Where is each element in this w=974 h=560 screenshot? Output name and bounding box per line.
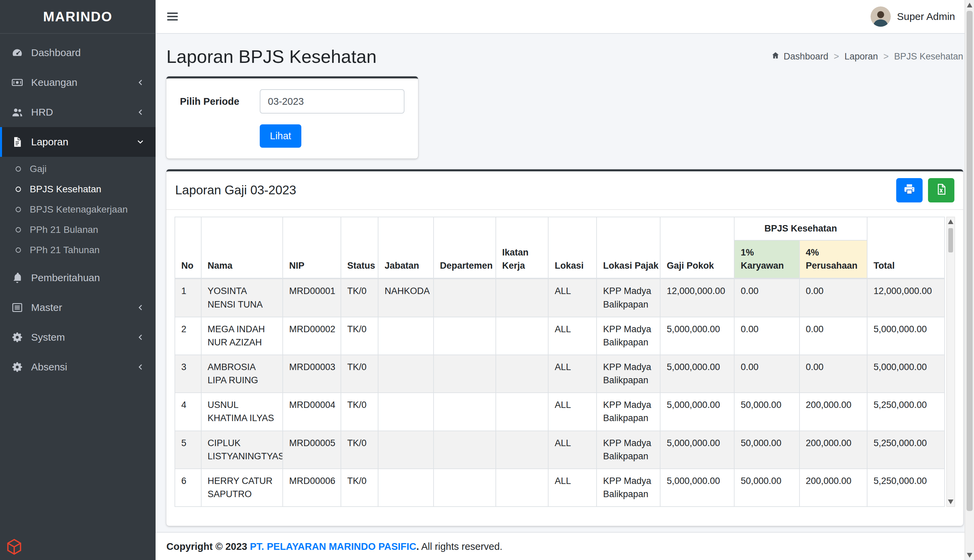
breadcrumb-laporan[interactable]: Laporan	[844, 52, 878, 62]
table-cell: 5,000,000.00	[867, 317, 945, 355]
circle-outline-icon	[14, 185, 22, 193]
column-header: Nama	[201, 217, 283, 278]
printer-icon	[903, 183, 916, 198]
column-header-perusahaan: 4% Perusahaan	[800, 240, 867, 278]
table-cell: ALL	[548, 317, 596, 355]
list-icon	[11, 301, 24, 314]
table-cell	[496, 393, 548, 430]
main-column: Super Admin Laporan BPJS Kesehatan Dashb…	[155, 0, 974, 560]
scroll-down-arrow[interactable]	[967, 553, 972, 558]
column-header: Ikatan Kerja	[496, 217, 548, 278]
table-cell: MRD00006	[283, 469, 341, 507]
page-scrollbar-thumb[interactable]	[967, 11, 972, 511]
table-cell: KPP Madya Balikpapan	[596, 317, 660, 355]
circle-outline-icon	[14, 165, 22, 173]
table-cell: 1	[175, 278, 201, 317]
user-menu[interactable]: Super Admin	[870, 7, 955, 27]
menu-toggle-button[interactable]	[165, 9, 180, 24]
table-cell: KPP Madya Balikpapan	[596, 393, 660, 430]
sidebar-item-pemberitahuan[interactable]: Pemberitahuan	[5, 263, 150, 293]
table-cell: 12,000,000.00	[867, 278, 945, 317]
company-link[interactable]: PT. PELAYARAN MARINDO PASIFIC	[250, 541, 416, 552]
table-cell	[378, 431, 434, 469]
table-row: 1YOSINTA NENSI TUNAMRD00001TK/0NAHKODAAL…	[175, 278, 945, 317]
lihat-button[interactable]: Lihat	[260, 124, 301, 148]
copyright-dot: .	[416, 541, 419, 552]
report-title: Laporan Gaji 03-2023	[175, 183, 296, 197]
table-cell: 200,000.00	[800, 469, 867, 507]
sidebar-item-master[interactable]: Master	[5, 293, 150, 322]
column-header-karyawan: 1% Karyawan	[734, 240, 799, 278]
scroll-up-arrow[interactable]	[967, 3, 972, 7]
sidebar-item-label: PPh 21 Bulanan	[30, 224, 98, 235]
sidebar-item-keuangan[interactable]: Keuangan	[5, 68, 150, 97]
brand-logo[interactable]: MARINDO	[0, 0, 155, 34]
sidebar-item-bpjs-ketenagakerjaan[interactable]: BPJS Ketenagakerjaan	[5, 199, 150, 220]
sidebar: MARINDO Dashboard Keuangan	[0, 0, 155, 560]
breadcrumb: Dashboard > Laporan > BPJS Kesehatan	[771, 51, 963, 63]
table-scrollbar[interactable]	[946, 217, 955, 507]
column-header: Departemen	[434, 217, 496, 278]
sidebar-item-hrd[interactable]: HRD	[5, 97, 150, 127]
table-cell	[434, 278, 496, 317]
table-cell: MRD00001	[283, 278, 341, 317]
sidebar-item-system[interactable]: System	[5, 322, 150, 352]
table-cell: YOSINTA NENSI TUNA	[201, 278, 283, 317]
sidebar-item-label: Gaji	[30, 163, 47, 174]
report-table-body: 1YOSINTA NENSI TUNAMRD00001TK/0NAHKODAAL…	[175, 278, 945, 507]
print-button[interactable]	[896, 178, 922, 202]
table-cell: 200,000.00	[800, 393, 867, 430]
scroll-up-arrow[interactable]	[948, 219, 953, 224]
table-cell: USNUL KHATIMA ILYAS	[201, 393, 283, 430]
table-cell: 5,250,000.00	[867, 431, 945, 469]
page-title: Laporan BPJS Kesehatan	[166, 46, 376, 67]
table-cell: MEGA INDAH NUR AZIZAH	[201, 317, 283, 355]
sidebar-item-laporan[interactable]: Laporan	[0, 127, 155, 157]
table-cell: 5	[175, 431, 201, 469]
sidebar-item-pph21-bulanan[interactable]: PPh 21 Bulanan	[5, 220, 150, 240]
table-cell: 5,250,000.00	[867, 393, 945, 430]
table-cell: NAHKODA	[378, 278, 434, 317]
page-scrollbar[interactable]	[964, 0, 974, 560]
table-cell: 50,000.00	[734, 393, 799, 430]
excel-button[interactable]	[928, 178, 954, 202]
breadcrumb-separator: >	[883, 52, 889, 62]
table-cell	[434, 317, 496, 355]
breadcrumb-separator: >	[834, 52, 839, 62]
sidebar-item-pph21-tahunan[interactable]: PPh 21 Tahunan	[5, 240, 150, 260]
table-row: 2MEGA INDAH NUR AZIZAHMRD00002TK/0ALLKPP…	[175, 317, 945, 355]
scroll-down-arrow[interactable]	[948, 500, 953, 504]
chevron-left-icon	[136, 108, 145, 117]
table-cell: ALL	[548, 469, 596, 507]
sidebar-item-absensi[interactable]: Absensi	[5, 352, 150, 382]
sidebar-item-gaji[interactable]: Gaji	[5, 159, 150, 179]
table-cell: KPP Madya Balikpapan	[596, 355, 660, 393]
sidebar-item-dashboard[interactable]: Dashboard	[5, 38, 150, 68]
table-cell: ALL	[548, 431, 596, 469]
sidebar-item-label: PPh 21 Tahunan	[30, 245, 100, 255]
avatar	[870, 7, 891, 27]
period-input[interactable]	[260, 89, 404, 113]
table-cell: 0.00	[734, 355, 799, 393]
content-area: Laporan BPJS Kesehatan Dashboard > Lapor…	[155, 34, 974, 532]
column-header: NIP	[283, 217, 341, 278]
table-cell	[378, 317, 434, 355]
sidebar-item-bpjs-kesehatan[interactable]: BPJS Kesehatan	[5, 179, 150, 199]
table-scrollbar-thumb[interactable]	[948, 228, 953, 252]
sidebar-item-label: Keuangan	[31, 77, 77, 88]
table-cell: AMBROSIA LIPA RUING	[201, 355, 283, 393]
breadcrumb-label: Dashboard	[784, 52, 828, 62]
sidebar-item-label: System	[31, 332, 65, 343]
circle-outline-icon	[14, 226, 22, 234]
column-header: No	[175, 217, 201, 278]
table-row: 4USNUL KHATIMA ILYASMRD00004TK/0ALLKPP M…	[175, 393, 945, 430]
table-cell: 6	[175, 469, 201, 507]
breadcrumb-dashboard[interactable]: Dashboard	[771, 51, 828, 63]
table-cell: MRD00004	[283, 393, 341, 430]
period-label: Pilih Periode	[180, 96, 260, 107]
table-cell: 0.00	[734, 278, 799, 317]
table-cell: TK/0	[341, 469, 378, 507]
column-header: Total	[867, 217, 945, 278]
table-cell	[496, 469, 548, 507]
gear-icon	[11, 331, 24, 344]
